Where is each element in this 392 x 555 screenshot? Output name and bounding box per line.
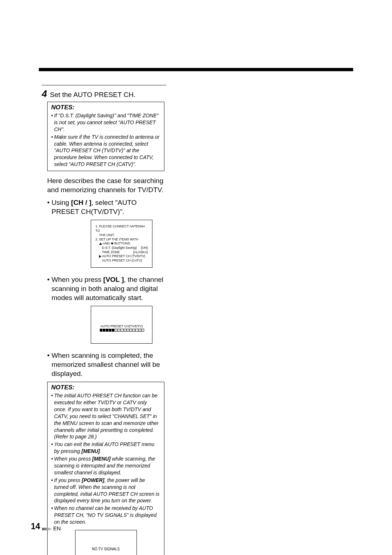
note-text: If you press [POWER], the power will be … <box>54 477 160 505</box>
text-frag: When you press <box>54 456 92 462</box>
step-text: Set the AUTO PRESET CH. <box>50 91 135 99</box>
osd-label: AUTO PRESET CH (TV/DTV) <box>102 254 145 258</box>
note-text: Make sure if the TV is connected to ante… <box>54 134 160 168</box>
notes-box-1: NOTES: • If "D.S.T. (Daylight Saving)" a… <box>47 102 164 171</box>
bullet-icon: • <box>51 134 54 168</box>
note-item: • You can exit the initial AUTO PRESET m… <box>51 441 160 455</box>
note-item: • If "D.S.T. (Daylight Saving)" and "TIM… <box>51 112 160 133</box>
instruction-line: • When you press [VOL ], the channel sca… <box>47 275 165 302</box>
osd-row: TIME ZONE [ALASKA] <box>95 250 148 255</box>
step-rule <box>42 85 166 85</box>
text-frag: BUTTONS. <box>114 242 131 245</box>
bullet-icon: • <box>51 392 54 440</box>
bullet-icon: • <box>51 441 54 455</box>
note-text: When you press [MENU] while scanning, th… <box>54 455 160 476</box>
osd-label: AUTO PRESET CH(TV/DTV) <box>91 324 152 328</box>
osd-label: NO TV SIGNALS <box>75 547 136 551</box>
step-number: 4 <box>42 89 47 98</box>
osd-line: AUTO PRESET CH (TV/DTV) <box>95 254 148 259</box>
osd-label: D.S.T. (Daylight Saving) <box>102 246 137 250</box>
button-ref: [MENU] <box>81 448 100 454</box>
text-frag: AND <box>103 242 110 245</box>
note-item: • When you press [MENU] while scanning, … <box>51 455 160 476</box>
bullet-icon: • <box>47 198 52 216</box>
osd-value: [ON] <box>141 246 148 250</box>
bullet-icon: • <box>51 477 54 505</box>
progress-bar <box>100 329 144 332</box>
osd-line: 1. PLEASE CONNECT ANTENNA TO <box>95 224 148 233</box>
footer-tick-icon <box>42 528 52 530</box>
osd-line: THE UNIT. <box>95 233 148 238</box>
notes-box-2: NOTES: • The initial AUTO PRESET CH func… <box>47 382 164 555</box>
paragraph: Here describes the case for searching an… <box>47 176 163 194</box>
button-ref: [MENU] <box>92 456 111 462</box>
instruction-text: Using [CH / ], select "AUTO PRESET CH(TV… <box>52 198 165 216</box>
button-ref: [POWER] <box>82 477 104 483</box>
osd-screen-setup: 1. PLEASE CONNECT ANTENNA TO THE UNIT. 2… <box>91 220 152 267</box>
triangle-up-icon <box>99 243 102 245</box>
osd-line: AUTO PRESET CH (CATV) <box>95 259 148 263</box>
bullet-icon: • <box>51 112 54 133</box>
osd-label: TIME ZONE <box>102 250 120 255</box>
osd-row: D.S.T. (Daylight Saving) [ON] <box>95 246 148 250</box>
notes-title: NOTES: <box>51 104 160 111</box>
osd-value: [ALASKA] <box>133 250 148 255</box>
button-ref: [CH / ] <box>71 199 91 206</box>
notes-title: NOTES: <box>51 384 160 391</box>
page-number: 14 <box>31 522 40 531</box>
bullet-icon: • <box>47 351 52 378</box>
bullet-icon: • <box>47 275 52 302</box>
text-frag: When you press <box>52 276 103 283</box>
note-item: • If you press [POWER], the power will b… <box>51 477 160 505</box>
osd-screen-scanning: AUTO PRESET CH(TV/DTV) <box>91 306 152 344</box>
bullet-icon: • <box>51 455 54 476</box>
header-rule <box>39 68 353 71</box>
triangle-right-icon <box>99 255 101 258</box>
note-text: If "D.S.T. (Daylight Saving)" and "TIME … <box>54 112 160 133</box>
triangle-down-icon <box>111 243 114 245</box>
instruction-line: • When scanning is completed, the memori… <box>47 351 165 378</box>
page: 4 Set the AUTO PRESET CH. NOTES: • If "D… <box>0 0 392 555</box>
text-frag: If you press <box>54 477 82 483</box>
osd-screen-no-signal: NO TV SIGNALS <box>75 530 137 555</box>
instruction-text: When you press [VOL ], the channel scann… <box>52 275 165 302</box>
note-text: When no channel can be received by AUTO … <box>54 505 160 526</box>
note-item: • Make sure if the TV is connected to an… <box>51 134 160 168</box>
instruction-line: • Using [CH / ], select "AUTO PRESET CH(… <box>47 198 165 216</box>
button-ref: [VOL ] <box>103 276 124 283</box>
text-frag: . <box>100 448 101 454</box>
note-item: • When no channel can be received by AUT… <box>51 505 160 526</box>
page-language: EN <box>53 525 61 531</box>
note-text: The initial AUTO PRESET CH function can … <box>54 392 160 440</box>
osd-line: 2. SET UP THE ITEMS WITH <box>95 238 148 242</box>
osd-line: AND BUTTONS. <box>95 242 148 246</box>
step-heading: 4 Set the AUTO PRESET CH. <box>42 89 201 99</box>
note-item: • The initial AUTO PRESET CH function ca… <box>51 392 160 440</box>
text-frag: You can exit the initial AUTO PRESET men… <box>54 441 154 454</box>
note-text: You can exit the initial AUTO PRESET men… <box>54 441 160 455</box>
instruction-text: When scanning is completed, the memorize… <box>52 351 165 378</box>
page-footer: 14 EN <box>31 522 61 531</box>
text-frag: Using <box>52 199 71 206</box>
content-column: 4 Set the AUTO PRESET CH. NOTES: • If "D… <box>42 85 201 555</box>
